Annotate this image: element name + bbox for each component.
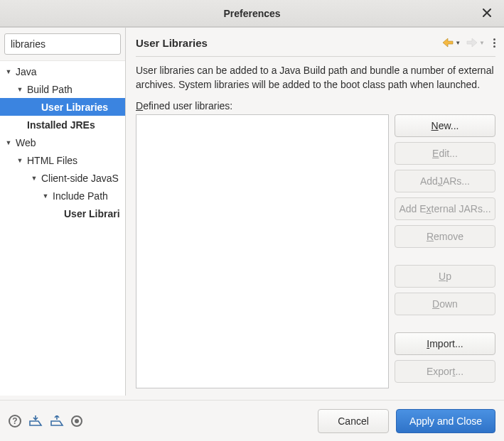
tree-item-label: Java (16, 66, 37, 77)
tree-item-installed-jres[interactable]: Installed JREs (0, 116, 125, 134)
forward-icon[interactable] (466, 38, 478, 48)
preferences-tree[interactable]: ▼Java▼Build PathUser LibrariesInstalled … (0, 61, 125, 396)
footer: ? Cancel Apply and Close (0, 400, 504, 441)
down-button: Down (395, 293, 495, 315)
tree-item-label: Client-side JavaS (41, 173, 119, 184)
edit-button: Edit... (395, 142, 495, 165)
list-label: Defined user libraries: (136, 100, 495, 111)
search-input[interactable] (9, 38, 136, 50)
help-icon[interactable]: ? (9, 415, 21, 428)
export-prefs-icon[interactable] (50, 415, 64, 427)
cancel-button[interactable]: Cancel (318, 409, 389, 433)
add-jars-button: Add JARs... (395, 170, 495, 192)
action-button-column: New... Edit... Add JARs... Add External … (395, 114, 495, 388)
tree-item-user-librari[interactable]: User Librari (0, 205, 125, 222)
expand-arrow-icon[interactable]: ▼ (41, 192, 50, 200)
import-prefs-icon[interactable] (28, 415, 43, 427)
titlebar: Preferences (0, 0, 504, 27)
tree-item-include-path[interactable]: ▼Include Path (0, 187, 125, 205)
tree-item-user-libraries[interactable]: User Libraries (0, 98, 125, 116)
back-menu-icon[interactable]: ▼ (455, 40, 461, 46)
export-button: Export... (395, 360, 495, 383)
up-button: Up (395, 265, 495, 288)
forward-menu-icon[interactable]: ▼ (479, 40, 485, 46)
tree-item-label: HTML Files (27, 155, 77, 166)
page-toolbar: ▼ ▼ (442, 38, 495, 48)
expand-arrow-icon[interactable]: ▼ (4, 68, 13, 75)
import-button[interactable]: Import... (395, 332, 495, 355)
back-icon[interactable] (442, 38, 454, 48)
search-wrap (0, 28, 125, 61)
preferences-window: Preferences ▼Java▼Build PathUser Librari… (0, 0, 504, 441)
window-title: Preferences (223, 8, 280, 19)
user-libraries-list[interactable] (136, 114, 389, 388)
body: ▼Java▼Build PathUser LibrariesInstalled … (0, 27, 504, 396)
list-area: New... Edit... Add JARs... Add External … (136, 114, 495, 388)
view-menu-icon[interactable] (493, 38, 495, 48)
expand-arrow-icon[interactable]: ▼ (16, 86, 24, 93)
main-header: User Libraries ▼ ▼ (136, 33, 495, 52)
tree-item-label: Web (16, 137, 36, 148)
main-panel: User Libraries ▼ ▼ User libraries can (126, 28, 504, 396)
expand-arrow-icon[interactable]: ▼ (4, 139, 13, 146)
tree-item-html-files[interactable]: ▼HTML Files (0, 151, 125, 169)
tree-item-web[interactable]: ▼Web (0, 134, 125, 151)
remove-button: Remove (395, 225, 495, 248)
apply-and-close-button[interactable]: Apply and Close (396, 409, 495, 433)
expand-arrow-icon[interactable]: ▼ (30, 175, 38, 182)
tree-item-client-side-javas[interactable]: ▼Client-side JavaS (0, 169, 125, 187)
footer-right: Cancel Apply and Close (318, 409, 495, 433)
expand-arrow-icon[interactable]: ▼ (16, 157, 24, 164)
add-external-jars-button: Add External JARs... (395, 197, 495, 220)
page-description: User libraries can be added to a Java Bu… (136, 64, 495, 92)
search-field[interactable] (4, 33, 121, 55)
sidebar: ▼Java▼Build PathUser LibrariesInstalled … (0, 28, 126, 396)
oomph-record-icon[interactable] (71, 415, 82, 427)
close-icon[interactable] (480, 6, 494, 20)
tree-item-label: User Librari (64, 208, 120, 219)
tree-item-label: Installed JREs (27, 119, 95, 131)
tree-item-label: User Libraries (41, 102, 108, 113)
footer-left: ? (9, 415, 82, 428)
new-button[interactable]: New... (395, 114, 495, 137)
tree-item-label: Build Path (27, 84, 73, 95)
tree-item-build-path[interactable]: ▼Build Path (0, 80, 125, 98)
page-title: User Libraries (136, 37, 208, 49)
header-divider (136, 56, 495, 57)
tree-item-label: Include Path (53, 190, 108, 202)
tree-item-java[interactable]: ▼Java (0, 62, 125, 80)
